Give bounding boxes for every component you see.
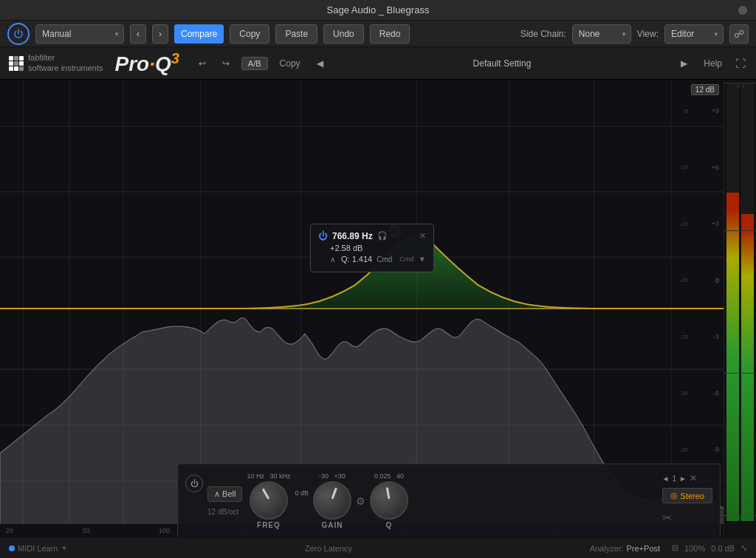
tooltip-row-1: ⏻ 766.89 Hz 🎧 ✕ [318, 230, 426, 241]
expand-button[interactable]: ⛶ [734, 56, 747, 71]
back-button[interactable]: ‹ [130, 24, 146, 44]
stereo-btn[interactable]: ◎ Stereo [662, 488, 712, 503]
q-label: Q [386, 521, 393, 529]
logo-dot [9, 56, 13, 61]
band-controls-panel: ⏻ ∧ Bell 12 dB/oct 10 Hz 30 kHz FREQ 0 d… [177, 464, 721, 537]
logo-dot [19, 61, 24, 66]
band-next-btn[interactable]: ► [679, 475, 687, 483]
copy-button[interactable]: Copy [230, 24, 269, 44]
freq-label-20: 20 [6, 527, 13, 534]
tooltip-power-icon[interactable]: ⏻ [318, 230, 328, 241]
band-tooltip: ⏻ 766.89 Hz 🎧 ✕ +2.58 dB ∧ Q: 1.414 Cmd … [310, 224, 434, 272]
freq-label-100: 100 [159, 527, 170, 534]
gain-label-ctrl: GAIN [321, 521, 343, 529]
tooltip-headphones-icon[interactable]: 🎧 [377, 231, 388, 241]
band-prev-btn[interactable]: ◄ [662, 475, 670, 483]
tooltip-cmd-label: Cmd [399, 255, 413, 263]
band-shape-btn[interactable]: ∧ Bell [207, 486, 242, 502]
band-power-btn[interactable]: ⏻ [185, 475, 203, 492]
view-select-wrapper[interactable]: Editor [664, 24, 724, 44]
undo-button[interactable]: Undo [323, 24, 364, 44]
link-button[interactable]: ☍ [729, 24, 749, 44]
meter-bar-r [741, 83, 754, 521]
window-minimize[interactable] [738, 6, 747, 15]
settings-icon[interactable]: ⚙ [356, 495, 365, 507]
title-bar: Sage Audio _ Bluegrass [0, 0, 756, 21]
preset-select-wrapper[interactable]: Manual [35, 24, 124, 44]
redo-button[interactable]: Redo [370, 24, 410, 44]
freq-knob[interactable] [250, 481, 288, 520]
logo-dot [14, 56, 18, 61]
side-chain-area: Side Chain: None [520, 24, 631, 44]
scissors-icon[interactable]: ✂ [662, 511, 712, 525]
midi-dropdown-icon[interactable]: ▼ [61, 545, 67, 552]
header-controls: ↩ ↪ A/B Copy ◀ Default Setting ▶ Help ⛶ [194, 56, 747, 71]
preset-select[interactable]: Manual [35, 24, 124, 44]
tooltip-expand-icon[interactable]: ▼ [418, 255, 426, 264]
stereo-icon: ◎ [670, 491, 678, 500]
next-preset-btn[interactable]: ▶ [676, 57, 692, 70]
db-range-label[interactable]: 12 dB [691, 84, 719, 95]
window-title: Sage Audio _ Bluegrass [327, 4, 430, 16]
meter-bar-l [726, 83, 739, 521]
band-close-btn[interactable]: ✕ [690, 473, 697, 483]
logo-dot [14, 61, 18, 66]
tooltip-row-2: +2.58 dB [318, 244, 426, 252]
preset-name: Default Setting [335, 58, 670, 69]
meter-container [726, 83, 754, 521]
logo-dot [9, 61, 13, 66]
freq-label-50: 50 [82, 527, 89, 534]
analyzer-area: Analyzer: Pre+Post [590, 544, 660, 553]
tooltip-row-3: ∧ Q: 1.414 Cmd Cmd ▼ [318, 255, 426, 264]
logo-dot [9, 66, 13, 71]
band-nav-area: ◄ 1 ► ✕ ◎ Stereo ✂ [662, 473, 712, 525]
view-area: View: Editor ☍ [637, 24, 749, 44]
zoom-icon: ⊟ [672, 543, 678, 553]
side-chain-select-wrapper[interactable]: None [572, 24, 631, 44]
footer: MIDI Learn ▼ Zero Latency Analyzer: Pre+… [0, 537, 756, 558]
analyzer-value[interactable]: Pre+Post [627, 544, 661, 553]
band-nav: ◄ 1 ► ✕ [662, 473, 712, 483]
plugin-copy-btn[interactable]: Copy [275, 57, 305, 70]
logo-dot [14, 66, 18, 71]
undo-icon-btn[interactable]: ↩ [194, 57, 210, 70]
tooltip-q-value: Q: 1.414 [341, 255, 372, 264]
zoom-label: 100% [684, 544, 705, 553]
freq-range-label: 10 Hz 30 kHz [247, 472, 290, 480]
gain-knob[interactable] [313, 481, 351, 520]
compare-button[interactable]: Compare [174, 24, 224, 44]
analyzer-label: Analyzer: [590, 544, 624, 553]
tooltip-close-btn[interactable]: ✕ [419, 231, 426, 241]
power-button[interactable] [7, 23, 30, 45]
footer-right: ⊟ 100% 0.0 dB ⤡ [672, 543, 747, 553]
midi-learn-area[interactable]: MIDI Learn ▼ [9, 544, 67, 553]
view-select[interactable]: Editor [664, 24, 724, 44]
resize-icon[interactable]: ⤡ [740, 543, 747, 553]
ab-button[interactable]: A/B [241, 57, 268, 70]
gain-value-label: 0 dB [295, 489, 309, 497]
side-chain-select[interactable]: None [572, 24, 631, 44]
tooltip-cmd: Cmd [377, 255, 392, 264]
plugin-header: fabfilter software instruments Pro·Q3 ↩ … [0, 47, 756, 80]
stereo-label: Stereo [681, 492, 704, 500]
freq-knob-group: 10 Hz 30 kHz FREQ [247, 472, 290, 529]
tooltip-frequency: 766.89 Hz [332, 231, 373, 241]
forward-button[interactable]: › [152, 24, 168, 44]
prev-preset-btn[interactable]: ◀ [312, 57, 328, 70]
gain-range-label: -30 +30 [319, 472, 346, 480]
freq-label: FREQ [257, 521, 281, 529]
help-button[interactable]: Help [699, 57, 726, 70]
logo-text: fabfilter software instruments [28, 53, 103, 72]
eq-area[interactable]: +9 +6 +3 0 -3 -6 -9 -12 -5 -10 -15 -20 -… [0, 80, 756, 537]
window-controls [738, 6, 747, 15]
meter-fill-r [741, 214, 754, 521]
main-content: +9 +6 +3 0 -3 -6 -9 -12 -5 -10 -15 -20 -… [0, 80, 756, 537]
q-knob-group: 0.025 40 Q [370, 472, 408, 529]
proq-logo: Pro·Q3 [114, 50, 179, 76]
q-knob[interactable] [370, 481, 408, 520]
midi-learn-label: MIDI Learn [18, 544, 58, 553]
redo-icon-btn[interactable]: ↪ [218, 57, 234, 70]
tooltip-gain: +2.58 dB [330, 244, 362, 252]
db-readout: 0.0 dB [711, 544, 735, 553]
paste-button[interactable]: Paste [275, 24, 317, 44]
